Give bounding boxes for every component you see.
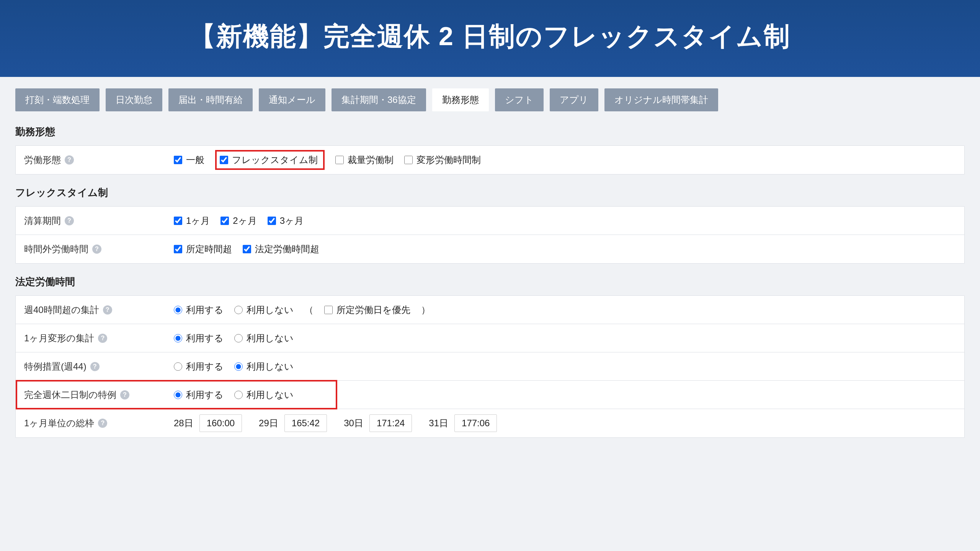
time-input-30[interactable]: 171:24 [369,414,412,432]
row-overtime: 時間外労働時間 ? 所定時間超 法定労働時間超 [16,235,964,263]
help-icon[interactable]: ? [98,419,107,428]
radio-w44-use[interactable]: 利用する [174,360,224,373]
label-overtime: 時間外労働時間 [24,243,88,255]
radio-week40-use[interactable]: 利用する [174,304,224,316]
panel-workstyle: 労働形態 ? 一般 フレックスタイム制 裁量労働制 変形労働時間制 [15,145,965,174]
help-icon[interactable]: ? [92,245,101,254]
radio-2d-nouse[interactable]: 利用しない [234,389,294,401]
check-over-legal[interactable]: 法定労働時間超 [243,243,319,255]
row-labor-type: 労働形態 ? 一般 フレックスタイム制 裁量労働制 変形労働時間制 [16,146,964,174]
check-variable-label: 変形労働時間制 [416,154,481,166]
check-general[interactable]: 一般 [174,154,204,166]
tab-app[interactable]: アプリ [550,88,598,111]
tab-stamp[interactable]: 打刻・端数処理 [15,88,100,111]
label-1month-var: 1ヶ月変形の集計 [24,332,94,344]
row-period: 清算期間 ? 1ヶ月 2ヶ月 3ヶ月 [16,207,964,235]
day-label: 29日 [259,417,278,429]
time-input-31[interactable]: 177:06 [454,414,497,432]
radio-label: 利用する [186,304,224,316]
check-over-legal-label: 法定労働時間超 [255,243,319,255]
section-legal-title: 法定労働時間 [15,275,965,289]
tab-workstyle[interactable]: 勤務形態 [432,88,489,111]
banner-title: 【新機能】完全週休 2 日制のフレックスタイム制 [0,19,980,54]
check-discretion[interactable]: 裁量労働制 [335,154,394,166]
row-full-2days: 完全週休二日制の特例 ? 利用する 利用しない [16,381,964,409]
radio-1m-use[interactable]: 利用する [174,332,224,344]
check-priority[interactable]: 所定労働日を優先 [324,304,410,316]
tab-daily[interactable]: 日次勤怠 [106,88,162,111]
tab-aggregate[interactable]: 集計期間・36協定 [332,88,426,111]
check-2m-label: 2ヶ月 [233,215,256,227]
time-input-29[interactable]: 165:42 [284,414,327,432]
check-flex[interactable]: フレックスタイム制 [220,154,318,166]
radio-week40-nouse[interactable]: 利用しない [234,304,294,316]
highlight-flex: フレックスタイム制 [215,150,325,170]
check-priority-label: 所定労働日を優先 [336,304,410,316]
help-icon[interactable]: ? [103,305,112,315]
check-3m-label: 3ヶ月 [280,215,304,227]
label-full-2days: 完全週休二日制の特例 [24,389,116,401]
check-over-fixed[interactable]: 所定時間超 [174,243,232,255]
radio-label: 利用しない [247,360,294,373]
panel-flex: 清算期間 ? 1ヶ月 2ヶ月 3ヶ月 時間外労働時間 ? 所定時間超 法定労働時… [15,206,965,264]
label-labor-type: 労働形態 [24,154,61,166]
check-general-label: 一般 [186,154,204,166]
check-1m-label: 1ヶ月 [186,215,210,227]
daypair-28: 28日 160:00 [174,414,242,432]
tab-mail[interactable]: 通知メール [259,88,325,111]
daypair-29: 29日 165:42 [259,414,327,432]
time-input-28[interactable]: 160:00 [199,414,242,432]
row-week44: 特例措置(週44) ? 利用する 利用しない [16,352,964,381]
day-label: 28日 [174,417,193,429]
radio-w44-nouse[interactable]: 利用しない [234,360,294,373]
label-period: 清算期間 [24,215,61,227]
row-1month-var: 1ヶ月変形の集計 ? 利用する 利用しない [16,324,964,352]
radio-label: 利用しない [247,332,294,344]
radio-label: 利用しない [247,304,294,316]
day-label: 31日 [429,417,448,429]
daypair-31: 31日 177:06 [429,414,497,432]
check-variable[interactable]: 変形労働時間制 [404,154,481,166]
label-week44: 特例措置(週44) [24,360,87,373]
day-label: 30日 [344,417,363,429]
label-week40: 週40時間超の集計 [24,304,99,316]
banner: 【新機能】完全週休 2 日制のフレックスタイム制 [0,0,980,77]
section-flex-title: フレックスタイム制 [15,186,965,199]
help-icon[interactable]: ? [90,362,100,371]
radio-1m-nouse[interactable]: 利用しない [234,332,294,344]
paren-open: （ [304,304,314,316]
check-1m[interactable]: 1ヶ月 [174,215,210,227]
row-week40: 週40時間超の集計 ? 利用する 利用しない （ 所定労働日を優先 ） [16,296,964,324]
check-flex-label: フレックスタイム制 [232,154,318,166]
tab-shift[interactable]: シフト [495,88,544,111]
row-total-frame: 1ヶ月単位の総枠 ? 28日 160:00 29日 165:42 30日 171… [16,409,964,437]
help-icon[interactable]: ? [120,390,129,399]
check-over-fixed-label: 所定時間超 [186,243,232,255]
help-icon[interactable]: ? [98,334,107,343]
radio-label: 利用する [186,389,224,401]
tab-request[interactable]: 届出・時間有給 [168,88,253,111]
tab-original[interactable]: オリジナル時間帯集計 [604,88,718,111]
daypair-30: 30日 171:24 [344,414,412,432]
check-3m[interactable]: 3ヶ月 [268,215,304,227]
label-total-frame: 1ヶ月単位の総枠 [24,417,94,429]
paren-close: ） [421,304,430,316]
section-workstyle-title: 勤務形態 [15,125,965,139]
check-discretion-label: 裁量労働制 [348,154,394,166]
radio-2d-use[interactable]: 利用する [174,389,224,401]
check-2m[interactable]: 2ヶ月 [220,215,256,227]
radio-label: 利用する [186,360,224,373]
panel-legal: 週40時間超の集計 ? 利用する 利用しない （ 所定労働日を優先 ） 1ヶ月変… [15,295,965,438]
radio-label: 利用しない [247,389,294,401]
help-icon[interactable]: ? [65,216,74,225]
help-icon[interactable]: ? [65,155,74,165]
tabs: 打刻・端数処理 日次勤怠 届出・時間有給 通知メール 集計期間・36協定 勤務形… [15,88,965,111]
radio-label: 利用する [186,332,224,344]
